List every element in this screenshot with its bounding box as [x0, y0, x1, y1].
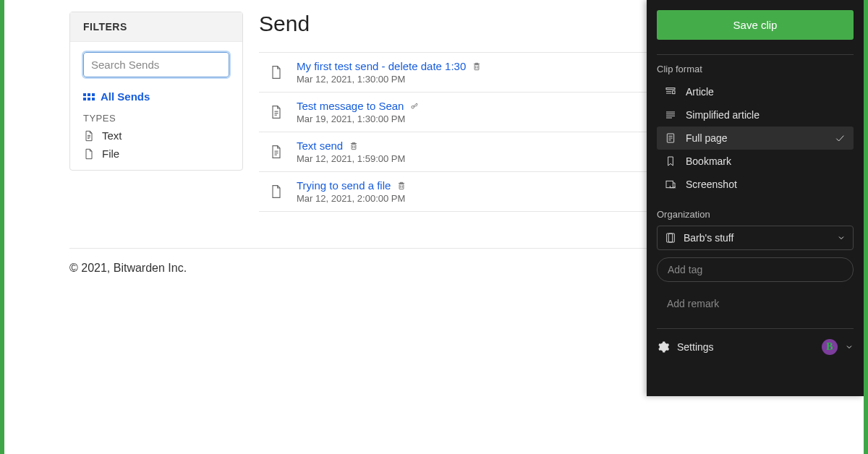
- screenshot-icon: [664, 179, 677, 190]
- text-icon: [269, 144, 284, 160]
- all-sends-link[interactable]: All Sends: [83, 90, 229, 103]
- type-item-text[interactable]: Text: [83, 129, 229, 142]
- type-label: File: [102, 147, 119, 160]
- type-item-file[interactable]: File: [83, 147, 229, 160]
- clip-format-label: Screenshot: [686, 179, 846, 190]
- page-icon: [664, 132, 677, 144]
- book-icon: [665, 232, 676, 244]
- chevron-down-icon: [837, 234, 846, 242]
- filters-header: FILTERS: [70, 12, 242, 42]
- clip-format-bookmark[interactable]: Bookmark: [657, 150, 854, 173]
- divider: [657, 54, 854, 55]
- clipper-panel: Save clip Clip format ArticleSimplified …: [647, 0, 864, 396]
- send-date: Mar 12, 2021, 1:59:00 PM: [297, 153, 405, 164]
- article-icon: [664, 86, 677, 98]
- save-clip-button[interactable]: Save clip: [657, 10, 854, 40]
- lines-icon: [664, 109, 677, 121]
- trash-icon: [349, 141, 359, 151]
- svg-rect-1: [668, 234, 674, 242]
- clip-format-simplified-article[interactable]: Simplified article: [657, 103, 854, 127]
- key-icon: [409, 101, 420, 111]
- organization-label: Organization: [657, 209, 854, 220]
- all-sends-label: All Sends: [101, 90, 150, 103]
- check-icon: [833, 132, 846, 144]
- organization-select[interactable]: Barb's stuff: [657, 226, 854, 250]
- file-icon: [269, 64, 284, 80]
- clip-format-label: Full page: [686, 132, 825, 144]
- send-link[interactable]: Trying to send a file: [297, 179, 391, 192]
- send-link[interactable]: Test message to Sean: [297, 100, 404, 112]
- clip-format-label: Bookmark: [686, 155, 846, 167]
- filters-panel: FILTERS All Sends TYPES TextFile: [69, 12, 243, 171]
- types-label: TYPES: [83, 113, 229, 124]
- settings-link[interactable]: Settings: [677, 341, 814, 353]
- clip-format-full-page[interactable]: Full page: [657, 127, 854, 150]
- send-link[interactable]: Text send: [297, 140, 343, 152]
- file-icon: [269, 184, 284, 200]
- trash-icon: [396, 181, 407, 191]
- trash-icon: [472, 61, 482, 72]
- organization-value: Barb's stuff: [684, 232, 830, 244]
- svg-rect-0: [667, 234, 673, 242]
- text-icon: [83, 130, 95, 142]
- send-date: Mar 19, 2021, 1:30:00 PM: [297, 113, 420, 124]
- clip-format-label: Article: [686, 86, 846, 98]
- bookmark-icon: [664, 155, 677, 167]
- add-tag-input[interactable]: [657, 257, 854, 282]
- send-link[interactable]: My first test send - delete date 1:30: [297, 60, 466, 72]
- grid-icon: [83, 93, 95, 100]
- clip-format-label: Clip format: [657, 64, 854, 74]
- copyright-text: © 2021, Bitwarden Inc.: [69, 262, 187, 274]
- search-input[interactable]: [83, 52, 229, 77]
- add-remark-input[interactable]: [657, 292, 854, 315]
- clip-format-screenshot[interactable]: Screenshot: [657, 173, 854, 196]
- file-icon: [83, 148, 95, 160]
- text-icon: [269, 104, 284, 120]
- clip-format-label: Simplified article: [686, 109, 846, 121]
- type-label: Text: [102, 129, 122, 142]
- clip-format-article[interactable]: Article: [657, 80, 854, 103]
- avatar[interactable]: B: [822, 339, 838, 355]
- send-date: Mar 12, 2021, 2:00:00 PM: [297, 193, 407, 204]
- chevron-down-icon[interactable]: [845, 343, 854, 351]
- gear-icon: [657, 340, 670, 354]
- send-date: Mar 12, 2021, 1:30:00 PM: [297, 74, 482, 85]
